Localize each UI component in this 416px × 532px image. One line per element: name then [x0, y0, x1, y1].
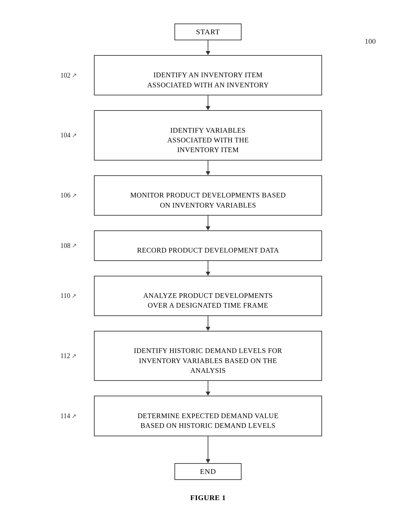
arrow-0	[206, 40, 210, 55]
label-106: 106 ↗	[60, 191, 77, 199]
squiggle-114: ↗	[71, 412, 76, 420]
squiggle-112: ↗	[71, 352, 76, 360]
arrow-head-2	[206, 171, 210, 175]
node-102-row: 102 ↗ IDENTIFY AN INVENTORY ITEM ASSOCIA…	[20, 55, 396, 95]
label-110: 110 ↗	[60, 292, 76, 300]
arrow-head-7	[206, 459, 210, 463]
node-start-row: START	[20, 24, 396, 40]
node-104: IDENTIFY VARIABLES ASSOCIATED WITH THE I…	[94, 110, 322, 161]
squiggle-104: ↗	[72, 132, 77, 139]
arrow-1	[206, 95, 210, 110]
arrow-line	[208, 40, 208, 51]
node-112: IDENTIFY HISTORIC DEMAND LEVELS FOR INVE…	[94, 331, 322, 381]
figure-caption: FIGURE 1	[190, 493, 226, 502]
squiggle-106: ↗	[72, 192, 77, 199]
label-102: 102 ↗	[60, 72, 77, 79]
arrow-line-3	[208, 216, 208, 226]
arrow-head-6	[206, 392, 210, 396]
node-104-row: 104 ↗ IDENTIFY VARIABLES ASSOCIATED WITH…	[20, 110, 396, 161]
squiggle-110: ↗	[71, 292, 76, 300]
arrow-line-4	[208, 261, 208, 272]
node-end: END	[174, 463, 242, 480]
node-106: MONITOR PRODUCT DEVELOPMENTS BASED ON IN…	[94, 175, 322, 216]
label-112: 112 ↗	[60, 352, 76, 360]
node-end-row: END	[20, 463, 396, 480]
squiggle-102: ↗	[72, 72, 77, 79]
arrow-head-1	[206, 106, 210, 110]
arrow-5	[206, 316, 210, 331]
label-104: 104 ↗	[60, 131, 77, 139]
flowchart: 100 START 102 ↗ IDENTIFY AN INVENTORY IT…	[20, 17, 396, 480]
node-110-row: 110 ↗ ANALYZE PRODUCT DEVELOPMENTS OVER …	[20, 276, 396, 316]
arrow-line-6	[208, 381, 208, 392]
label-114: 114 ↗	[60, 412, 76, 420]
arrow-6	[206, 381, 210, 396]
arrow-3	[206, 216, 210, 230]
node-start: START	[174, 24, 242, 40]
squiggle-108: ↗	[72, 242, 77, 249]
node-110: ANALYZE PRODUCT DEVELOPMENTS OVER A DESI…	[94, 276, 322, 316]
node-114: DETERMINE EXPECTED DEMAND VALUE BASED ON…	[94, 396, 322, 436]
arrow-4	[206, 261, 210, 276]
arrow-line-1	[208, 95, 208, 106]
arrow-line-2	[208, 161, 208, 171]
arrow-head-5	[206, 327, 210, 331]
arrow-head	[206, 51, 210, 55]
node-106-row: 106 ↗ MONITOR PRODUCT DEVELOPMENTS BASED…	[20, 175, 396, 216]
page: 100 START 102 ↗ IDENTIFY AN INVENTORY IT…	[0, 0, 416, 532]
arrow-line-5	[208, 316, 208, 327]
arrow-line-7	[208, 436, 208, 459]
arrow-7	[206, 436, 210, 463]
arrow-2	[206, 161, 210, 175]
node-114-row: 114 ↗ DETERMINE EXPECTED DEMAND VALUE BA…	[20, 396, 396, 436]
arrow-head-3	[206, 226, 210, 230]
node-102: IDENTIFY AN INVENTORY ITEM ASSOCIATED WI…	[94, 55, 322, 95]
label-108: 108 ↗	[60, 242, 77, 250]
node-108-row: 108 ↗ RECORD PRODUCT DEVELOPMENT DATA	[20, 230, 396, 261]
node-112-row: 112 ↗ IDENTIFY HISTORIC DEMAND LEVELS FO…	[20, 331, 396, 381]
node-108: RECORD PRODUCT DEVELOPMENT DATA	[94, 230, 322, 261]
arrow-head-4	[206, 272, 210, 276]
